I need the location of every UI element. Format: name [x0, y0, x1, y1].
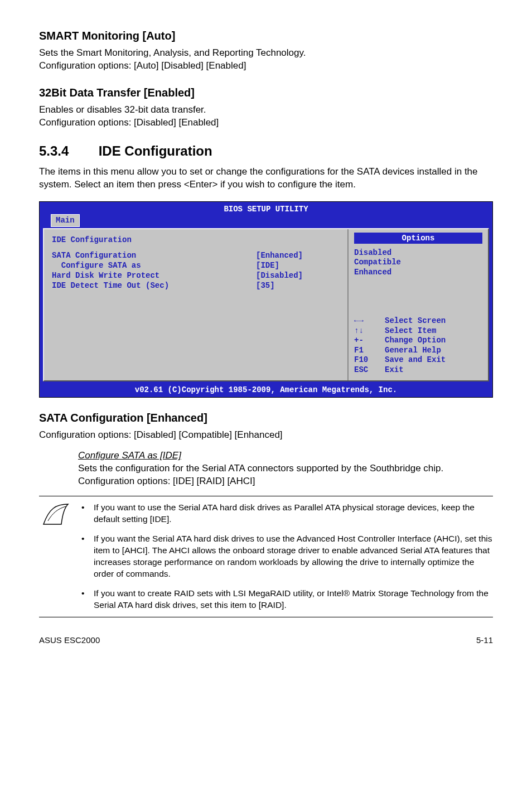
heading-sata-config: SATA Configuration [Enhanced] [39, 410, 493, 426]
bios-row[interactable]: IDE Detect Time Out (Sec)[35] [52, 281, 340, 291]
bios-help-key: F1 [354, 346, 385, 356]
bios-help-row: +-Change Option [354, 336, 482, 346]
bios-row-value: [IDE] [256, 260, 340, 270]
bios-row-value: [35] [256, 281, 340, 291]
paragraph-smart-monitoring: Sets the Smart Monitoring, Analysis, and… [39, 47, 493, 73]
bios-help-key: ↑↓ [354, 326, 385, 336]
bios-panel-heading-row: IDE Configuration [52, 235, 340, 245]
bios-help-row: ↑↓Select Item [354, 326, 482, 336]
bios-row-value: [Enhanced] [256, 250, 340, 260]
bios-options-header: Options [354, 233, 482, 244]
text-line: Enables or disables 32-bit data transfer… [39, 104, 206, 115]
heading-ide-configuration: 5.3.4 IDE Configuration [39, 142, 493, 161]
bios-help-key: ESC [354, 365, 385, 375]
text-line: Configuration options: [Disabled] [Enabl… [39, 117, 219, 128]
paragraph-sata-config: Configuration options: [Disabled] [Compa… [39, 429, 493, 442]
bios-titlebar: BIOS SETUP UTILITY [40, 202, 492, 214]
bios-row-label: SATA Configuration [52, 250, 256, 260]
bios-help-text: Select Item [385, 326, 436, 336]
bios-help: ←→Select Screen ↑↓Select Item +-Change O… [354, 316, 482, 375]
bios-help-text: General Help [385, 346, 441, 356]
footer-left: ASUS ESC2000 [39, 634, 100, 646]
bios-panel-heading: IDE Configuration [52, 235, 340, 245]
page-footer: ASUS ESC2000 5-11 [39, 634, 493, 646]
bios-content: IDE Configuration SATA Configuration[Enh… [43, 228, 489, 382]
bios-help-key: F10 [354, 355, 385, 365]
bios-help-text: Save and Exit [385, 355, 446, 365]
text-line: Sets the Smart Monitoring, Analysis, and… [39, 47, 306, 58]
note-item: If you want to create RAID sets with LSI… [78, 588, 493, 611]
heading-smart-monitoring: SMART Monitoring [Auto] [39, 28, 493, 44]
bios-tabrow: Main [40, 214, 492, 226]
bios-option[interactable]: Disabled [354, 248, 482, 258]
bios-row-label: Hard Disk Write Protect [52, 270, 256, 281]
note-item: If you want to use the Serial ATA hard d… [78, 502, 493, 525]
paragraph-ide-intro: The items in this menu allow you to set … [39, 166, 493, 191]
bios-help-row: ←→Select Screen [354, 316, 482, 326]
text-line: Configuration options: [Auto] [Disabled]… [39, 60, 246, 71]
bios-help-row: F1General Help [354, 346, 482, 356]
bios-title: BIOS SETUP UTILITY [224, 204, 308, 214]
paragraph-32bit: Enables or disables 32-bit data transfer… [39, 104, 493, 129]
bios-help-text: Change Option [385, 336, 446, 346]
bios-left-pane: IDE Configuration SATA Configuration[Enh… [44, 229, 349, 381]
subsection-configure-sata: Configure SATA as [IDE] Sets the configu… [78, 450, 493, 488]
subsection-text: Sets the configuration for the Serial AT… [78, 463, 443, 486]
bios-help-row: ESCExit [354, 365, 482, 375]
heading-32bit: 32Bit Data Transfer [Enabled] [39, 85, 493, 100]
note-icon-column [39, 502, 78, 529]
bios-row[interactable]: Configure SATA as[IDE] [52, 260, 340, 270]
section-title: IDE Configuration [99, 143, 212, 158]
bios-help-row: F10Save and Exit [354, 355, 482, 365]
note-item: If you want the Serial ATA hard disk dri… [78, 533, 493, 580]
bios-help-key: +- [354, 336, 385, 346]
section-number: 5.3.4 [39, 142, 95, 161]
bios-row[interactable]: SATA Configuration[Enhanced] [52, 250, 340, 260]
bios-option[interactable]: Enhanced [354, 268, 482, 278]
note-bullet-list: If you want to use the Serial ATA hard d… [78, 502, 493, 611]
bios-row[interactable]: Hard Disk Write Protect[Disabled] [52, 270, 340, 281]
bios-help-text: Select Screen [385, 316, 446, 326]
bios-row-label: Configure SATA as [52, 260, 256, 270]
note-icon [42, 503, 69, 525]
note-box: If you want to use the Serial ATA hard d… [39, 496, 493, 617]
bios-help-text: Exit [385, 365, 404, 375]
bios-row-label: IDE Detect Time Out (Sec) [52, 281, 256, 291]
bios-panel: BIOS SETUP UTILITY Main IDE Configuratio… [39, 201, 493, 398]
bios-row-value: [Disabled] [256, 270, 340, 281]
bios-option[interactable]: Compatible [354, 258, 482, 268]
bios-tab-main[interactable]: Main [51, 214, 80, 226]
subsection-heading: Configure SATA as [IDE] [78, 450, 181, 461]
bios-help-key: ←→ [354, 316, 385, 326]
bios-right-pane: Options Disabled Compatible Enhanced ←→S… [349, 229, 488, 381]
footer-right: 5-11 [476, 634, 493, 646]
bios-options-list: Disabled Compatible Enhanced [354, 248, 482, 278]
bios-footer: v02.61 (C)Copyright 1985-2009, American … [40, 384, 492, 397]
spacer [52, 245, 340, 250]
